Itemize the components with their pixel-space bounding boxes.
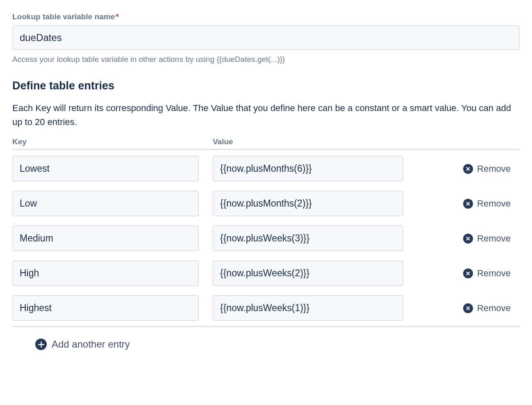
remove-label: Remove [477, 303, 511, 314]
close-circle-icon [463, 164, 473, 174]
key-input[interactable] [12, 191, 199, 216]
close-circle-icon [463, 199, 473, 209]
define-entries-heading: Define table entries [12, 80, 520, 92]
table-row: Remove [12, 191, 520, 216]
add-entry-label: Add another entry [52, 339, 130, 350]
table-row: Remove [12, 225, 520, 251]
table-row: Remove [12, 295, 520, 321]
close-circle-icon [463, 268, 473, 278]
close-circle-icon [463, 303, 473, 313]
variable-name-input[interactable] [12, 25, 520, 50]
value-input[interactable] [213, 156, 403, 182]
remove-label: Remove [477, 268, 511, 279]
close-circle-icon [463, 234, 473, 243]
key-input[interactable] [12, 225, 199, 251]
key-input[interactable] [12, 260, 199, 286]
remove-label: Remove [477, 198, 511, 209]
table-row: Remove [12, 156, 520, 182]
lookup-table-form: Lookup table variable name* Access your … [12, 12, 520, 350]
required-asterisk: * [116, 12, 118, 21]
add-entry-button[interactable]: Add another entry [35, 339, 520, 350]
define-entries-description: Each Key will return its corresponding V… [12, 101, 520, 129]
value-input[interactable] [213, 225, 403, 251]
table-headers: Key Value [12, 137, 520, 146]
remove-button[interactable]: Remove [417, 268, 520, 279]
plus-circle-icon [35, 339, 47, 350]
variable-name-help-text: Access your lookup table variable in oth… [12, 55, 520, 64]
table-bottom-divider [12, 326, 520, 327]
value-column-header: Value [213, 137, 403, 146]
remove-label: Remove [477, 164, 511, 174]
variable-name-label: Lookup table variable name* [12, 12, 520, 21]
value-input[interactable] [213, 295, 403, 321]
value-input[interactable] [213, 191, 403, 216]
remove-button[interactable]: Remove [417, 233, 520, 244]
table-top-divider [12, 149, 520, 150]
value-input[interactable] [213, 260, 403, 286]
variable-name-label-text: Lookup table variable name [12, 12, 115, 21]
remove-button[interactable]: Remove [417, 198, 520, 209]
remove-button[interactable]: Remove [417, 303, 520, 314]
key-input[interactable] [12, 156, 199, 182]
remove-button[interactable]: Remove [417, 164, 520, 174]
remove-label: Remove [477, 233, 511, 244]
key-input[interactable] [12, 295, 199, 321]
table-rows-container: RemoveRemoveRemoveRemoveRemove [12, 156, 520, 321]
table-row: Remove [12, 260, 520, 286]
key-column-header: Key [12, 137, 199, 146]
